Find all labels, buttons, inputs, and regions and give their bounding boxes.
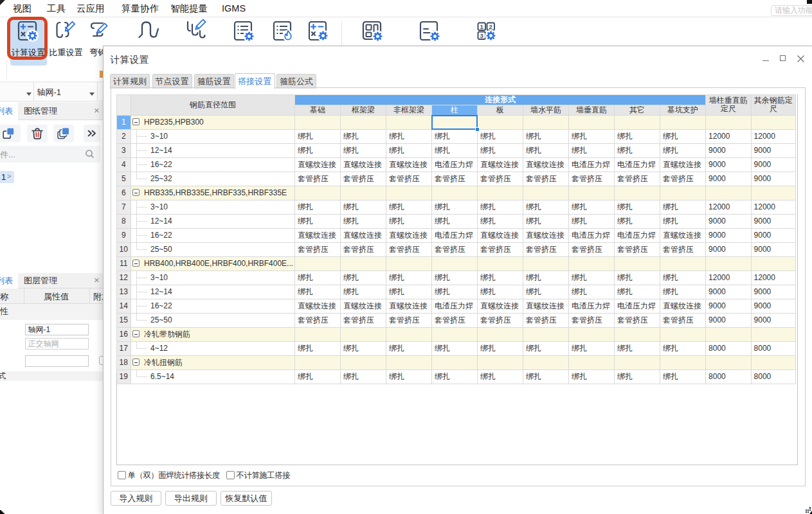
- svg-text:2: 2: [489, 23, 492, 30]
- svg-text:1: 1: [480, 23, 484, 30]
- svg-text:3: 3: [480, 32, 483, 39]
